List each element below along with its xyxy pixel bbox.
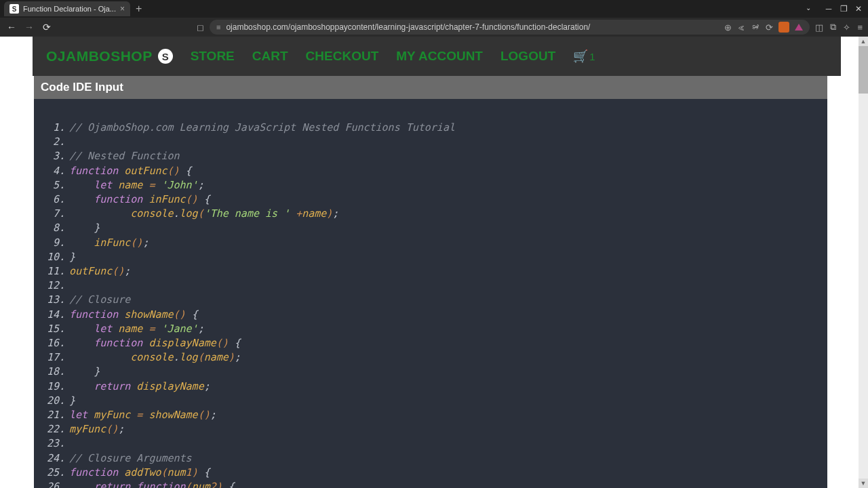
line-content: myFunc(); bbox=[69, 422, 124, 436]
maximize-button[interactable]: ❐ bbox=[837, 4, 850, 14]
sparkle-icon[interactable]: ✧ bbox=[843, 22, 850, 33]
code-line: 22.myFunc(); bbox=[42, 422, 819, 436]
close-window-button[interactable]: ✕ bbox=[852, 4, 865, 14]
code-line: 5. let name = 'John'; bbox=[42, 178, 819, 192]
line-content: // Closure Arguments bbox=[69, 451, 192, 466]
code-line: 10.} bbox=[42, 250, 819, 264]
line-number: 24. bbox=[42, 451, 69, 466]
share-icon[interactable]: ⪡ bbox=[737, 22, 746, 33]
line-number: 7. bbox=[42, 207, 69, 221]
line-content: function addTwo(num1) { bbox=[69, 466, 210, 480]
url-box[interactable]: ≡ ojamboshop.com/ojamboshoppaycontent/le… bbox=[210, 20, 810, 35]
line-content: } bbox=[69, 394, 75, 408]
shield-icon[interactable] bbox=[778, 22, 789, 33]
line-content: inFunc(); bbox=[69, 236, 149, 250]
line-content: // OjamboShop.com Learning JavaScript Ne… bbox=[69, 121, 455, 135]
line-content: console.log('The name is ' +name); bbox=[69, 207, 338, 221]
url-text: ojamboshop.com/ojamboshoppaycontent/lear… bbox=[226, 22, 719, 32]
cart-icon[interactable]: 🛒1 bbox=[573, 49, 595, 64]
code-line: 23. bbox=[42, 436, 819, 451]
panel-icon[interactable]: ⧉ bbox=[830, 22, 836, 33]
code-line: 13.// Closure bbox=[42, 293, 819, 307]
ide-title: Code IDE Input bbox=[41, 81, 123, 94]
line-number: 11. bbox=[42, 264, 69, 279]
code-line: 8. } bbox=[42, 221, 819, 235]
site-nav: OJAMBOSHOP S STORE CART CHECKOUT MY ACCO… bbox=[33, 37, 841, 76]
code-line: 6. function inFunc() { bbox=[42, 192, 819, 207]
code-line: 18. } bbox=[42, 365, 819, 379]
line-content: } bbox=[69, 250, 75, 264]
nav-link-cart[interactable]: CART bbox=[252, 49, 288, 64]
zoom-icon[interactable]: ⊕ bbox=[724, 22, 732, 33]
line-number: 13. bbox=[42, 293, 69, 307]
line-number: 19. bbox=[42, 380, 69, 394]
line-number: 25. bbox=[42, 466, 69, 480]
code-line: 4.function outFunc() { bbox=[42, 164, 819, 178]
line-number: 8. bbox=[42, 221, 69, 235]
cart-count: 1 bbox=[589, 51, 595, 62]
code-line: 17. console.log(name); bbox=[42, 350, 819, 365]
line-content: function showName() { bbox=[69, 308, 198, 322]
rss-icon[interactable]: ೫ bbox=[751, 22, 760, 33]
code-line: 20.} bbox=[42, 394, 819, 408]
line-content: return displayName; bbox=[69, 380, 210, 394]
sync-icon[interactable]: ⟳ bbox=[766, 22, 773, 33]
line-number: 12. bbox=[42, 279, 69, 293]
reload-button[interactable]: ⟳ bbox=[41, 22, 53, 33]
window-controls: ⌄ ─ ❐ ✕ bbox=[802, 4, 868, 14]
line-number: 20. bbox=[42, 394, 69, 408]
tab-close-icon[interactable]: × bbox=[120, 4, 125, 14]
new-tab-button[interactable]: + bbox=[136, 3, 142, 15]
line-number: 23. bbox=[42, 436, 69, 451]
toolbar-right: ◫ ⧉ ✧ ≡ bbox=[815, 22, 863, 33]
line-content: } bbox=[69, 365, 100, 379]
address-bar: ← → ⟳ ◻ ≡ ojamboshop.com/ojamboshoppayco… bbox=[0, 18, 868, 37]
site-info-icon[interactable]: ≡ bbox=[216, 23, 220, 31]
nav-link-logout[interactable]: LOGOUT bbox=[500, 49, 555, 64]
line-content: function outFunc() { bbox=[69, 164, 192, 178]
line-number: 17. bbox=[42, 350, 69, 365]
line-number: 16. bbox=[42, 336, 69, 350]
tab-title: Function Declaration - Oja... bbox=[23, 5, 116, 13]
code-line: 26. return function(num2) { bbox=[42, 480, 819, 488]
nav-link-account[interactable]: MY ACCOUNT bbox=[396, 49, 483, 64]
brand[interactable]: OJAMBOSHOP S bbox=[46, 48, 173, 64]
forward-button[interactable]: → bbox=[23, 22, 35, 33]
tabs-dropdown-icon[interactable]: ⌄ bbox=[802, 4, 815, 14]
scroll-up-arrow[interactable]: ▲ bbox=[859, 37, 868, 46]
nav-link-store[interactable]: STORE bbox=[191, 49, 235, 64]
menu-icon[interactable]: ≡ bbox=[857, 22, 863, 33]
tab-favicon: S bbox=[9, 4, 19, 14]
browser-tab[interactable]: S Function Declaration - Oja... × bbox=[4, 1, 130, 16]
line-number: 4. bbox=[42, 164, 69, 178]
line-number: 10. bbox=[42, 250, 69, 264]
code-line: 12. bbox=[42, 279, 819, 293]
code-line: 9. inFunc(); bbox=[42, 236, 819, 250]
line-content: function inFunc() { bbox=[69, 192, 210, 207]
tabs-row: S Function Declaration - Oja... × + bbox=[0, 0, 142, 18]
code-line: 24.// Closure Arguments bbox=[42, 451, 819, 466]
bookmark-icon[interactable]: ◻ bbox=[197, 22, 204, 33]
line-number: 26. bbox=[42, 480, 69, 488]
nav-link-checkout[interactable]: CHECKOUT bbox=[306, 49, 379, 64]
sidebar-icon[interactable]: ◫ bbox=[815, 22, 823, 33]
line-number: 5. bbox=[42, 178, 69, 192]
line-content: let name = 'Jane'; bbox=[69, 322, 204, 336]
line-number: 6. bbox=[42, 192, 69, 207]
minimize-button[interactable]: ─ bbox=[822, 4, 835, 14]
code-line: 11.outFunc(); bbox=[42, 264, 819, 279]
code-line: 3.// Nested Function bbox=[42, 149, 819, 163]
scroll-down-arrow[interactable]: ▼ bbox=[859, 479, 868, 488]
vertical-scrollbar[interactable]: ▲ ▼ bbox=[859, 37, 868, 488]
extension-icon[interactable] bbox=[795, 24, 803, 30]
code-line: 14.function showName() { bbox=[42, 308, 819, 322]
code-line: 16. function displayName() { bbox=[42, 336, 819, 350]
line-number: 3. bbox=[42, 149, 69, 163]
back-button[interactable]: ← bbox=[5, 22, 18, 33]
scroll-thumb[interactable] bbox=[859, 46, 868, 94]
line-content: // Nested Function bbox=[69, 149, 180, 163]
line-number: 15. bbox=[42, 322, 69, 336]
line-content: let name = 'John'; bbox=[69, 178, 204, 192]
line-number: 9. bbox=[42, 236, 69, 250]
code-area[interactable]: 1.// OjamboShop.com Learning JavaScript … bbox=[34, 99, 827, 488]
